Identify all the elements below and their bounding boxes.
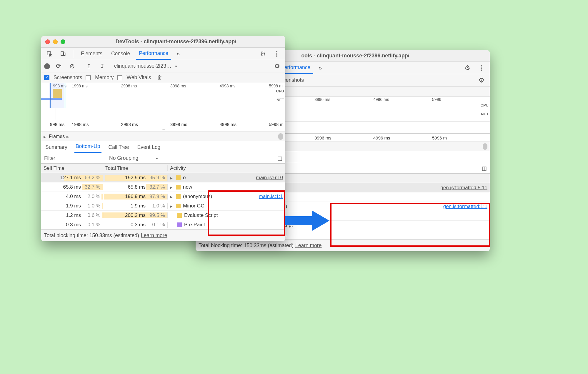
- window-title: DevTools - clinquant-mousse-2f2396.netli…: [71, 39, 281, 45]
- expand-icon[interactable]: [170, 203, 174, 209]
- table-row[interactable]: 1.2 ms0.6 %200.2 ms99.5 %Evaluate Script: [41, 211, 285, 220]
- activity-name: (anonymous): [183, 194, 212, 200]
- table-row[interactable]: 1.9 ms1.0 %1.9 ms1.0 %Minor GC: [41, 201, 285, 211]
- svg-rect-2: [64, 53, 65, 55]
- screenshots-label: Screenshots: [54, 74, 82, 81]
- details-tabs: Summary Bottom-Up Call Tree Event Log: [41, 141, 285, 153]
- table-row[interactable]: 65.8 ms32.7 %65.8 ms32.7 %now: [41, 182, 285, 192]
- tab-summary[interactable]: Summary: [44, 142, 69, 153]
- perf-controls: clinquant-mousse-2f23…: [41, 60, 285, 72]
- table-row[interactable]: 0.3 ms0.1 %0.3 ms0.1 %Pre-Paint: [41, 220, 285, 230]
- reload-record-icon[interactable]: [54, 61, 64, 71]
- source-link[interactable]: gen.js:formatted:5:11: [440, 185, 487, 191]
- upload-icon[interactable]: [84, 61, 94, 71]
- table-row[interactable]: 4.0 ms2.0 %196.9 ms97.9 %(anonymous)main…: [41, 192, 285, 201]
- category-icon: [177, 213, 182, 218]
- col-total-time[interactable]: Total Time: [103, 165, 168, 171]
- cpu-label: CPU: [481, 103, 489, 107]
- table-header: Self Time Total Time Activity: [41, 164, 285, 173]
- filmstrip: [41, 108, 285, 120]
- capture-settings-icon[interactable]: [272, 61, 282, 71]
- source-link[interactable]: main.js:6:10: [256, 175, 283, 181]
- grouping-selector[interactable]: No Grouping: [109, 155, 138, 161]
- col-activity[interactable]: Activity: [168, 165, 285, 171]
- activity-name: Minor GC: [183, 203, 204, 209]
- activity-name: o: [183, 175, 186, 181]
- category-icon: [176, 194, 181, 199]
- dropdown-icon[interactable]: [175, 63, 177, 69]
- sidebar-toggle-icon[interactable]: [482, 165, 487, 172]
- clear-icon[interactable]: [67, 61, 77, 71]
- grouping-dropdown-icon[interactable]: [156, 155, 158, 161]
- webvitals-checkbox[interactable]: [117, 75, 122, 80]
- ruler: 998 ms 1998 ms 2998 ms 3998 ms 4998 ms 5…: [41, 120, 285, 128]
- expand-icon[interactable]: [170, 194, 174, 200]
- sidebar-toggle-icon[interactable]: [277, 155, 282, 162]
- traffic-lights: [45, 39, 65, 44]
- svg-marker-3: [285, 210, 329, 231]
- category-icon: [176, 175, 181, 180]
- inspect-icon[interactable]: [44, 50, 55, 58]
- filter-bar: No Grouping: [41, 153, 285, 164]
- device-icon[interactable]: [58, 50, 68, 58]
- expand-icon[interactable]: [170, 175, 174, 181]
- source-link[interactable]: gen.js:formatted:1:1: [443, 204, 487, 210]
- frames-section[interactable]: Frames ıs: [41, 132, 285, 141]
- tab-performance[interactable]: Performance: [136, 48, 171, 60]
- col-self-time[interactable]: Self Time: [41, 165, 103, 171]
- scrollbar-thumb[interactable]: [278, 133, 283, 140]
- options-bar: Screenshots Memory Web Vitals: [41, 72, 285, 83]
- tab-eventlog[interactable]: Event Log: [136, 142, 162, 153]
- capture-settings-icon[interactable]: [476, 75, 487, 85]
- more-tabs-icon[interactable]: [174, 49, 182, 58]
- net-label: NET: [481, 112, 489, 116]
- learn-more-link[interactable]: Learn more: [295, 242, 322, 249]
- frames-label: Frames: [49, 134, 65, 139]
- scrollbar-thumb[interactable]: [483, 143, 487, 150]
- menu-icon[interactable]: [476, 63, 487, 73]
- arrow-icon: [282, 206, 332, 235]
- record-button[interactable]: [44, 63, 50, 69]
- filter-input[interactable]: [41, 153, 106, 163]
- memory-checkbox[interactable]: [86, 75, 91, 80]
- table-row[interactable]: 127.1 ms63.2 %192.9 ms95.9 %omain.js:6:1…: [41, 173, 285, 182]
- menu-icon[interactable]: [271, 49, 282, 59]
- zoom-dot[interactable]: [61, 39, 65, 44]
- source-link[interactable]: main.js:1:1: [259, 194, 283, 200]
- category-icon: [177, 222, 182, 227]
- overview[interactable]: 998 ms 1998 ms 2998 ms 3998 ms 4998 ms 5…: [41, 83, 285, 108]
- tab-calltree[interactable]: Call Tree: [107, 142, 130, 153]
- more-tabs-icon[interactable]: [316, 63, 324, 72]
- close-dot[interactable]: [45, 39, 50, 44]
- delete-icon[interactable]: [155, 73, 165, 82]
- screenshots-checkbox[interactable]: [44, 75, 49, 80]
- url-selector[interactable]: clinquant-mousse-2f23…: [114, 63, 171, 69]
- main-tabs-bar: Elements Console Performance: [41, 48, 285, 60]
- category-icon: [176, 185, 181, 190]
- caret-icon: [44, 134, 47, 139]
- webvitals-label: Web Vitals: [126, 74, 151, 81]
- memory-label: Memory: [95, 74, 114, 81]
- footer: Total blocking time: 150.33ms (estimated…: [196, 240, 490, 251]
- minimize-dot[interactable]: [53, 39, 58, 44]
- tab-elements[interactable]: Elements: [78, 48, 105, 59]
- blocking-time-label: Total blocking time: 150.33ms (estimated…: [44, 232, 139, 239]
- download-icon[interactable]: [97, 61, 107, 71]
- net-label: NET: [276, 98, 284, 102]
- learn-more-link[interactable]: Learn more: [141, 232, 167, 239]
- activity-name: Pre-Paint: [184, 222, 205, 228]
- category-icon: [176, 204, 181, 208]
- settings-icon[interactable]: [258, 49, 268, 59]
- cpu-label: CPU: [276, 89, 284, 93]
- svg-rect-1: [61, 51, 63, 55]
- footer: Total blocking time: 150.33ms (estimated…: [41, 230, 285, 241]
- col-activity: Activity: [251, 175, 490, 181]
- titlebar: DevTools - clinquant-mousse-2f2396.netli…: [41, 36, 285, 48]
- tab-console[interactable]: Console: [108, 48, 133, 59]
- activity-name: Evaluate Script: [184, 212, 218, 218]
- devtools-window-front: DevTools - clinquant-mousse-2f2396.netli…: [41, 36, 285, 241]
- settings-icon[interactable]: [462, 63, 473, 73]
- tab-bottomup[interactable]: Bottom-Up: [74, 141, 101, 153]
- activity-name: now: [183, 184, 192, 190]
- expand-icon[interactable]: [170, 184, 174, 190]
